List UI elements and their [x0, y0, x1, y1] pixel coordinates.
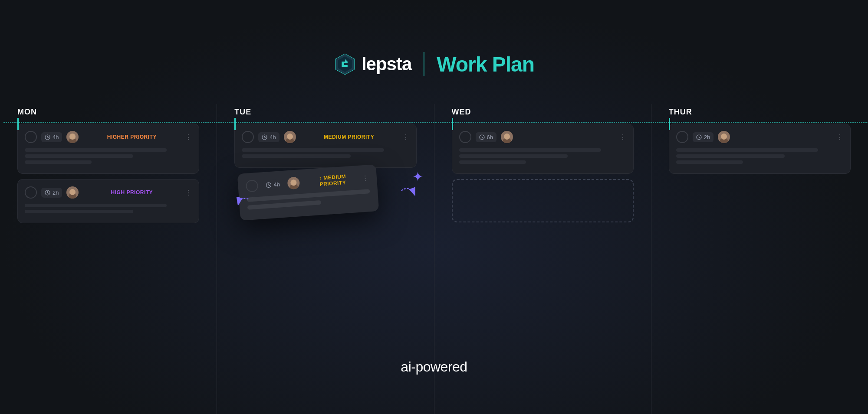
- dragging-card-header: 4h ↑ MEDIUM PRIORITY ⋮: [246, 172, 369, 192]
- task-time: 2h: [693, 132, 713, 142]
- task-checkbox[interactable]: [459, 131, 471, 143]
- priority-label-mon-1: HIGHER PRIORITY: [83, 134, 181, 140]
- task-bar: [676, 154, 785, 158]
- task-checkbox[interactable]: [676, 131, 688, 143]
- task-menu-thur-1[interactable]: ⋮: [836, 133, 843, 141]
- day-label-thur: THUR: [669, 104, 851, 117]
- task-card-thur-1[interactable]: 2h ⋮: [669, 124, 851, 174]
- task-checkbox[interactable]: [242, 131, 254, 143]
- col-accent-tue: [234, 118, 236, 130]
- task-menu-mon-1[interactable]: ⋮: [185, 133, 192, 141]
- task-card-mon-1[interactable]: 4h HIGHER PRIORITY ⋮: [17, 124, 199, 174]
- task-bar: [242, 148, 384, 152]
- clock-icon: [479, 134, 485, 140]
- dragging-task-checkbox: [246, 179, 259, 192]
- avatar-mon-2: [66, 186, 79, 199]
- priority-label-mon-2: HIGH PRIORITY: [83, 189, 181, 196]
- task-bar: [25, 204, 167, 207]
- task-time: 6h: [476, 132, 496, 142]
- dragging-avatar: [287, 176, 300, 189]
- task-menu-wed-1[interactable]: ⋮: [619, 133, 626, 141]
- col-accent-wed: [452, 118, 453, 130]
- dragging-bar-2: [247, 200, 322, 210]
- task-bar: [676, 160, 743, 164]
- timeline-dots-wed: [434, 121, 651, 124]
- task-bar: [25, 210, 133, 213]
- clock-icon: [696, 134, 702, 140]
- column-thur: THUR 2h ⋮: [651, 104, 868, 414]
- work-plan-title: Work Plan: [437, 52, 534, 76]
- task-time: 4h: [41, 132, 62, 142]
- ai-powered-label: ai-powered: [401, 359, 467, 375]
- avatar-thur-1: [718, 131, 730, 143]
- dragging-task-menu: ⋮: [362, 174, 369, 183]
- col-accent-mon: [17, 118, 19, 130]
- timeline-dots-mon: [0, 121, 217, 124]
- day-label-mon: MON: [17, 104, 199, 117]
- task-bar: [25, 154, 133, 158]
- task-header: 2h HIGH PRIORITY ⋮: [25, 186, 192, 199]
- logo-area: lepsta: [334, 53, 411, 75]
- task-header: 6h ⋮: [459, 131, 626, 143]
- column-mon: MON 4h HIGHER PRIORITY ⋮: [0, 104, 217, 414]
- header-divider: [424, 52, 424, 76]
- clock-icon: [45, 134, 50, 140]
- avatar-wed-1: [501, 131, 513, 143]
- priority-label-tue-1: MEDIUM PRIORITY: [300, 134, 398, 140]
- col-accent-thur: [669, 118, 670, 130]
- clock-icon: [266, 182, 272, 188]
- task-header: 4h HIGHER PRIORITY ⋮: [25, 131, 192, 143]
- timeline-dots-tue: [217, 121, 434, 124]
- task-bar: [676, 148, 818, 152]
- avatar-tue-1: [284, 131, 296, 143]
- day-label-wed: WED: [452, 104, 634, 117]
- task-checkbox[interactable]: [25, 131, 37, 143]
- dragging-card[interactable]: 4h ↑ MEDIUM PRIORITY ⋮: [237, 164, 379, 221]
- clock-icon: [45, 190, 50, 196]
- task-checkbox[interactable]: [25, 186, 37, 199]
- task-header: 2h ⋮: [676, 131, 843, 143]
- clock-icon: [262, 134, 267, 140]
- task-card-tue-1[interactable]: 4h MEDIUM PRIORITY ⋮: [234, 124, 416, 168]
- arrow-right-icon: [397, 182, 419, 202]
- task-menu-tue-1[interactable]: ⋮: [402, 133, 409, 141]
- task-menu-mon-2[interactable]: ⋮: [185, 189, 192, 197]
- timeline-dots-thur: [651, 121, 868, 124]
- task-bar: [459, 148, 601, 152]
- task-card-mon-2[interactable]: 2h HIGH PRIORITY ⋮: [17, 179, 199, 223]
- task-header: 4h MEDIUM PRIORITY ⋮: [242, 131, 409, 143]
- sparkle-icon: ✦: [412, 169, 423, 184]
- task-time: 4h: [258, 132, 279, 142]
- task-time: 2h: [41, 188, 62, 198]
- dragging-priority-label: ↑ MEDIUM PRIORITY: [304, 173, 358, 189]
- day-label-tue: TUE: [234, 104, 416, 117]
- lepsta-logo-icon: [334, 53, 356, 75]
- task-card-wed-1[interactable]: 6h ⋮: [452, 124, 634, 174]
- header: lepsta Work Plan: [334, 52, 534, 76]
- drop-zone-wed[interactable]: [452, 179, 634, 222]
- task-bar: [459, 160, 526, 164]
- dragging-task-time: 4h: [262, 179, 284, 190]
- task-bar: [459, 154, 568, 158]
- logo-text: lepsta: [362, 54, 411, 75]
- avatar-mon-1: [66, 131, 79, 143]
- task-bar: [25, 160, 92, 164]
- task-bar: [25, 148, 167, 152]
- task-bar: [242, 154, 350, 158]
